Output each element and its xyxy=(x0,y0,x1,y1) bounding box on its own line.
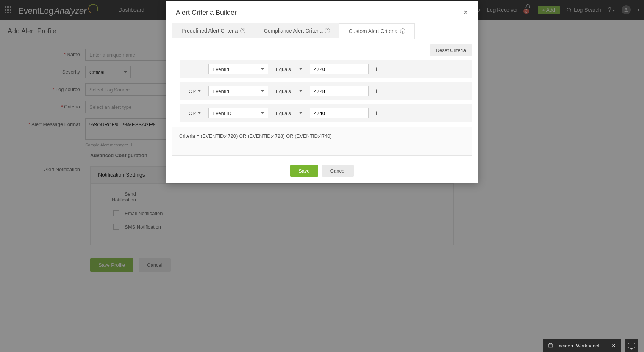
modal-tabs: Predefined Alert Criteria ? Compliance A… xyxy=(172,23,472,38)
chat-button[interactable] xyxy=(625,339,638,352)
field-select[interactable]: Event ID xyxy=(208,108,268,118)
criteria-row: EventId Equals + − xyxy=(180,60,472,78)
save-button[interactable]: Save xyxy=(290,165,318,177)
condition-select[interactable]: Equals xyxy=(272,64,306,74)
remove-row-icon[interactable]: − xyxy=(385,109,393,117)
help-icon[interactable]: ? xyxy=(400,28,405,34)
tab-custom-label: Custom Alert Criteria xyxy=(349,28,397,34)
tab-compliance-label: Compliance Alert Criteria xyxy=(264,28,323,34)
modal-overlay: Alert Criteria Builder × Predefined Aler… xyxy=(0,0,644,352)
add-row-icon[interactable]: + xyxy=(372,87,381,95)
operator-select[interactable]: OR xyxy=(185,86,205,96)
criteria-block: EventId Equals + − OR EventId Equals + − xyxy=(172,60,472,122)
tab-compliance[interactable]: Compliance Alert Criteria ? xyxy=(255,23,340,38)
operator-select[interactable]: OR xyxy=(185,108,205,118)
remove-row-icon[interactable]: − xyxy=(385,87,393,95)
condition-select[interactable]: Equals xyxy=(272,86,306,96)
modal-title: Alert Criteria Builder xyxy=(176,9,237,17)
value-input[interactable] xyxy=(310,64,369,74)
tab-predefined[interactable]: Predefined Alert Criteria ? xyxy=(172,23,255,38)
alert-criteria-modal: Alert Criteria Builder × Predefined Aler… xyxy=(166,1,478,183)
close-icon[interactable]: × xyxy=(463,8,468,17)
value-input[interactable] xyxy=(310,108,369,118)
add-row-icon[interactable]: + xyxy=(372,65,381,73)
incident-workbench-bar[interactable]: Incident Workbench ✕ xyxy=(543,339,621,352)
svg-rect-2 xyxy=(548,344,553,347)
help-icon[interactable]: ? xyxy=(240,28,245,33)
help-icon[interactable]: ? xyxy=(325,28,330,33)
criteria-row: OR Event ID Equals + − xyxy=(180,104,472,122)
value-input[interactable] xyxy=(310,86,369,96)
condition-select[interactable]: Equals xyxy=(272,108,306,118)
criteria-summary: Criteria = (EVENTID:4720) OR (EVENTID:47… xyxy=(172,127,472,156)
cancel-button[interactable]: Cancel xyxy=(322,165,354,177)
field-select[interactable]: EventId xyxy=(208,64,268,74)
tab-custom[interactable]: Custom Alert Criteria ? xyxy=(339,23,414,39)
tab-predefined-label: Predefined Alert Criteria xyxy=(181,28,238,34)
remove-row-icon[interactable]: − xyxy=(385,65,393,73)
reset-criteria-button[interactable]: Reset Criteria xyxy=(430,44,472,56)
add-row-icon[interactable]: + xyxy=(372,109,381,117)
field-select[interactable]: EventId xyxy=(208,86,268,96)
criteria-row: OR EventId Equals + − xyxy=(180,82,472,100)
incident-label: Incident Workbench xyxy=(557,343,601,349)
incident-close-icon[interactable]: ✕ xyxy=(611,343,616,349)
chat-icon xyxy=(628,343,635,348)
incident-icon xyxy=(547,343,553,349)
